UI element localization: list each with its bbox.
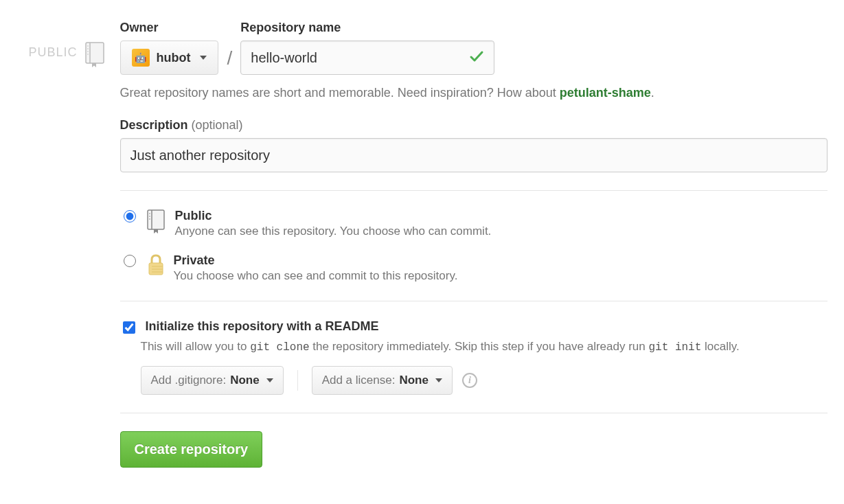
owner-avatar-icon: 🤖 bbox=[132, 49, 150, 67]
repo-name-label: Repository name bbox=[240, 21, 494, 35]
visibility-private-radio[interactable] bbox=[124, 255, 136, 267]
license-select[interactable]: Add a license: None bbox=[312, 366, 453, 395]
owner-label: Owner bbox=[120, 21, 219, 35]
vertical-separator bbox=[297, 370, 298, 391]
repo-icon bbox=[84, 41, 106, 70]
svg-point-2 bbox=[87, 45, 89, 47]
description-input[interactable] bbox=[120, 138, 828, 172]
slash-separator: / bbox=[227, 47, 232, 69]
license-value: None bbox=[399, 374, 429, 387]
owner-select[interactable]: 🤖 hubot bbox=[120, 41, 219, 75]
svg-rect-0 bbox=[86, 43, 104, 63]
visibility-private-sub: You choose who can see and commit to thi… bbox=[174, 269, 458, 283]
svg-point-9 bbox=[149, 216, 150, 217]
visibility-private-title: Private bbox=[174, 253, 458, 268]
caret-down-icon bbox=[266, 378, 273, 382]
svg-point-8 bbox=[149, 213, 150, 214]
name-suggestion-link[interactable]: petulant-shame bbox=[560, 86, 651, 100]
divider bbox=[120, 301, 828, 301]
readme-label: Initialize this repository with a README bbox=[146, 319, 379, 334]
svg-point-10 bbox=[149, 218, 150, 220]
divider bbox=[120, 413, 828, 413]
caret-down-icon bbox=[435, 378, 442, 382]
owner-value: hubot bbox=[157, 51, 191, 65]
readme-checkbox[interactable] bbox=[123, 321, 135, 334]
visibility-public-title: Public bbox=[175, 209, 492, 223]
info-icon[interactable]: i bbox=[462, 373, 477, 388]
license-label: Add a license: bbox=[322, 374, 396, 387]
lock-icon bbox=[146, 253, 166, 279]
svg-point-5 bbox=[87, 54, 89, 55]
visibility-badge: PUBLIC bbox=[28, 45, 77, 60]
readme-hint: This will allow you to git clone the rep… bbox=[141, 340, 828, 354]
visibility-public-sub: Anyone can see this repository. You choo… bbox=[175, 225, 492, 238]
gitignore-label: Add .gitignore: bbox=[151, 374, 227, 387]
divider bbox=[120, 190, 828, 191]
description-label: Description (optional) bbox=[120, 118, 828, 133]
create-repository-button[interactable]: Create repository bbox=[120, 431, 263, 468]
caret-down-icon bbox=[200, 56, 207, 60]
svg-point-3 bbox=[87, 48, 89, 49]
name-hint: Great repository names are short and mem… bbox=[120, 86, 828, 100]
svg-rect-6 bbox=[148, 210, 164, 229]
repo-name-input[interactable] bbox=[240, 41, 494, 75]
svg-point-4 bbox=[87, 51, 89, 52]
visibility-private-option[interactable]: Private You choose who can see and commi… bbox=[120, 253, 828, 283]
gitignore-value: None bbox=[230, 374, 260, 387]
visibility-public-option[interactable]: Public Anyone can see this repository. Y… bbox=[120, 209, 828, 238]
visibility-public-radio[interactable] bbox=[124, 210, 136, 222]
gitignore-select[interactable]: Add .gitignore: None bbox=[141, 366, 284, 395]
repo-public-icon bbox=[146, 209, 167, 236]
